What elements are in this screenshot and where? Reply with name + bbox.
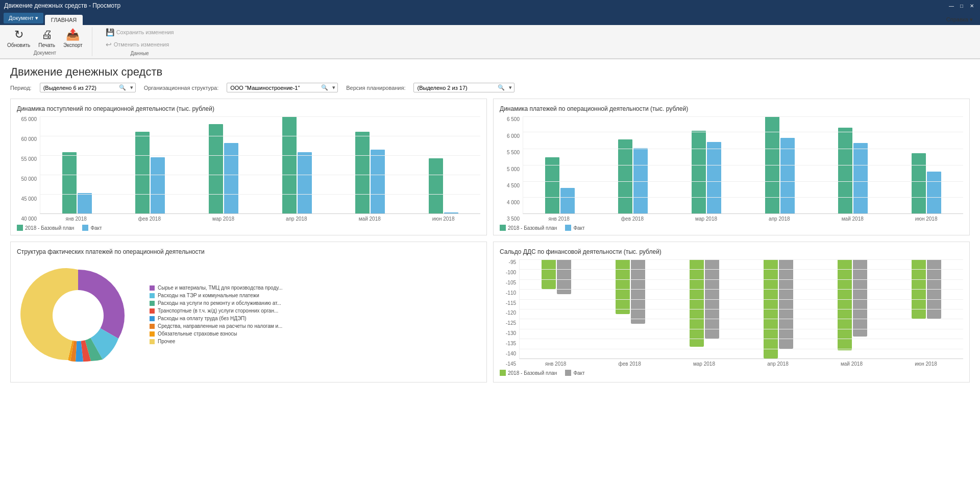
bar-fact-0 [78, 193, 92, 213]
plan-label: Версия планирования: [346, 85, 405, 91]
plan-input[interactable] [414, 84, 496, 92]
bars-tl [40, 116, 480, 214]
chart-top-left-title: Динамика поступлений по операционной дея… [17, 105, 480, 112]
legend-color-fact-tl [82, 225, 88, 231]
org-input[interactable] [227, 84, 319, 92]
pie-legend-label-3: Транспортные (в т.ч. ж/д) услуги сторонн… [158, 308, 278, 314]
help-button[interactable]: Справка ▾ [941, 14, 978, 25]
legend-tl: 2018 - Базовый план Факт [17, 225, 480, 231]
title-bar: Движение денежных средств - Просмотр — □… [0, 0, 980, 11]
refresh-button[interactable]: ↻ Обновить [4, 27, 33, 49]
plan-dropdown-button[interactable]: ▾ [507, 83, 514, 92]
pie-legend-label-6: Обязательные страховые взносы [158, 331, 237, 337]
bar-group-4 [355, 132, 385, 213]
bar-fact-1 [151, 157, 165, 213]
pie-legend-color-5 [150, 324, 155, 329]
neg-bar-fact-1 [631, 259, 645, 324]
maximize-button[interactable]: □ [958, 2, 966, 10]
bar-fact-3 [298, 152, 312, 213]
bar-plan-5 [429, 158, 443, 213]
bar-chart-main-tl: 65 000 60 000 55 000 50 000 45 000 40 00… [17, 116, 480, 222]
bar-group-0 [62, 152, 92, 213]
refresh-label: Обновить [7, 42, 30, 48]
neg-group-0 [542, 259, 571, 358]
neg-bar-fact-4 [853, 259, 867, 337]
export-label: Экспорт [63, 42, 83, 48]
neg-chart-content: янв 2018 фев 2018 мар 2018 апр 2018 май … [519, 259, 963, 367]
bar-group-5 [429, 158, 458, 213]
document-group-label: Документ [34, 50, 56, 56]
ribbon: Документ ▾ ГЛАВНАЯ Справка ▾ ↻ Обновить … [0, 11, 980, 59]
yaxis-tr: 6 500 6 000 5 500 5 000 4 500 4 000 3 50… [500, 116, 523, 222]
pie-legend-label-5: Средства, направленные на расчеты по нал… [158, 323, 282, 329]
org-dropdown-button[interactable]: ▾ [330, 83, 337, 92]
bar-chart-top-right: 6 500 6 000 5 500 5 000 4 500 4 000 3 50… [500, 116, 963, 229]
legend-label-fact-br: Факт [573, 370, 584, 376]
save-button[interactable]: 💾 Сохранить изменения [103, 27, 177, 37]
pie-legend-label-2: Расходы на услуги по ремонту и обслужива… [158, 300, 281, 306]
legend-label-plan-br: 2018 - Базовый план [508, 370, 557, 376]
filters-bar: Период: 🔍 ▾ Организационная структура: 🔍… [10, 83, 970, 92]
plan-search-button[interactable]: 🔍 [496, 83, 507, 92]
neg-bar-plan-2 [690, 259, 704, 347]
neg-bar-fact-2 [705, 259, 719, 339]
bar-plan-3 [282, 116, 297, 213]
ribbon-tabs: Документ ▾ ГЛАВНАЯ Справка ▾ [0, 11, 980, 25]
grid-lines-tl [40, 116, 480, 213]
bar-group-tr-4 [838, 128, 868, 213]
tab-main[interactable]: ГЛАВНАЯ [45, 15, 83, 25]
period-search-button[interactable]: 🔍 [117, 83, 128, 92]
save-icon: 💾 [106, 28, 114, 36]
legend-color-fact-tr [565, 225, 571, 231]
bar-group-3 [282, 116, 312, 213]
period-dropdown-button[interactable]: ▾ [128, 83, 135, 92]
cancel-button[interactable]: ↩ Отменить изменения [103, 39, 173, 50]
grid-lines-tr [523, 116, 963, 213]
pie-chart-svg [17, 259, 139, 372]
data-group-label: Данные [131, 51, 149, 56]
pie-inner-circle [53, 290, 104, 341]
document-buttons: ↻ Обновить 🖨 Печать 📤 Экспорт [4, 27, 86, 49]
org-search-button[interactable]: 🔍 [319, 83, 330, 92]
legend-color-fact-br [565, 370, 571, 376]
bar-fact-2 [224, 143, 238, 213]
bar-fact-4 [371, 150, 385, 213]
refresh-icon: ↻ [14, 28, 23, 41]
bar-chart-top-left: 65 000 60 000 55 000 50 000 45 000 40 00… [17, 116, 480, 229]
pie-legend-item-5: Средства, направленные на расчеты по нал… [150, 323, 283, 329]
period-input[interactable] [40, 84, 117, 92]
org-filter: 🔍 ▾ [227, 83, 338, 92]
minimize-button[interactable]: — [947, 2, 955, 10]
close-button[interactable]: ✕ [968, 2, 976, 10]
bar-fact-tr-1 [633, 148, 648, 213]
charts-grid: Динамика поступлений по операционной дея… [10, 99, 970, 383]
legend-color-plan-tr [500, 225, 506, 231]
neg-group-3 [764, 259, 793, 358]
print-button[interactable]: 🖨 Печать [35, 27, 58, 49]
bar-fact-tr-4 [853, 143, 868, 213]
pie-legend-item-0: Сырье и материалы, ТМЦ для производства … [150, 285, 283, 291]
bar-chart-content-tr: янв 2018 фев 2018 мар 2018 апр 2018 май … [523, 116, 963, 222]
pie-legend-label-4: Расходы на оплату труда (без НДЭП) [158, 316, 247, 321]
pie-legend-label-0: Сырье и материалы, ТМЦ для производства … [158, 285, 283, 291]
document-menu-button[interactable]: Документ ▾ [4, 13, 43, 23]
bar-plan-tr-1 [618, 139, 632, 213]
pie-legend-item-6: Обязательные страховые взносы [150, 331, 283, 337]
neg-chart-main: -95 -100 -105 -110 -115 -120 -125 -130 -… [500, 259, 963, 367]
neg-xlabels: янв 2018 фев 2018 мар 2018 апр 2018 май … [519, 359, 963, 367]
pie-legend-color-3 [150, 308, 155, 314]
legend-color-plan-tl [17, 225, 23, 231]
period-label: Период: [10, 85, 32, 91]
window-title: Движение денежных средств - Просмотр [4, 2, 947, 9]
ribbon-content: ↻ Обновить 🖨 Печать 📤 Экспорт Документ 💾 [0, 25, 980, 59]
bar-group-2 [209, 124, 238, 213]
chart-bottom-right: Сальдо ДДС по финансовой деятельности (т… [493, 242, 970, 383]
pie-legend-color-7 [150, 339, 155, 344]
export-button[interactable]: 📤 Экспорт [60, 27, 86, 49]
window-controls: — □ ✕ [947, 2, 976, 10]
legend-label-fact-tr: Факт [573, 225, 584, 231]
neg-group-1 [616, 259, 645, 358]
bar-fact-tr-3 [780, 138, 795, 213]
pie-legend-item-3: Транспортные (в т.ч. ж/д) услуги сторонн… [150, 308, 283, 314]
ribbon-group-data: 💾 Сохранить изменения ↩ Отменить изменен… [103, 27, 183, 56]
